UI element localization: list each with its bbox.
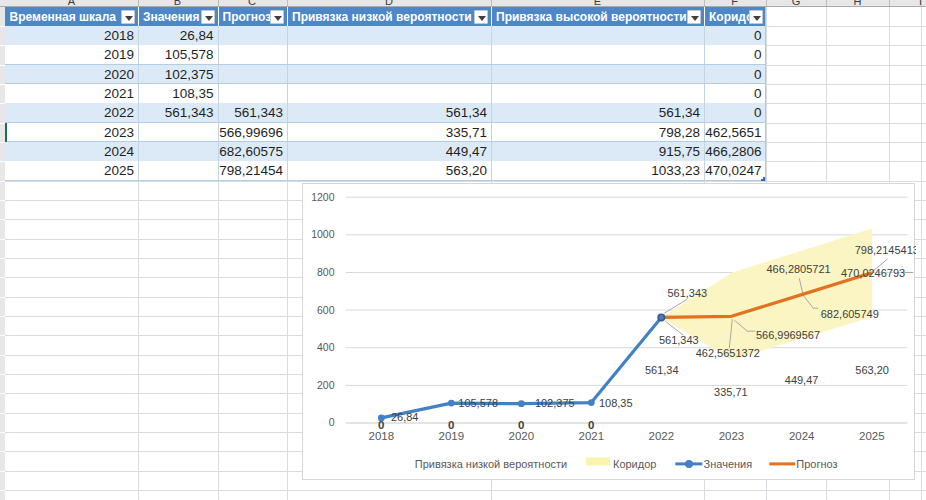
svg-text:2025: 2025 <box>859 430 885 442</box>
svg-text:682,605749: 682,605749 <box>820 307 878 319</box>
svg-text:Значения: Значения <box>703 458 752 470</box>
svg-text:0: 0 <box>588 418 594 430</box>
svg-text:2023: 2023 <box>718 430 744 442</box>
svg-text:600: 600 <box>317 304 335 315</box>
svg-text:400: 400 <box>317 342 335 353</box>
svg-text:0: 0 <box>378 418 384 430</box>
svg-text:2019: 2019 <box>438 430 464 442</box>
svg-text:449,47: 449,47 <box>784 374 818 386</box>
svg-text:561,34: 561,34 <box>645 363 679 375</box>
svg-text:0: 0 <box>328 417 334 428</box>
svg-text:105,578: 105,578 <box>458 397 498 409</box>
svg-text:2020: 2020 <box>508 430 534 442</box>
svg-text:1000: 1000 <box>311 229 334 240</box>
svg-text:2018: 2018 <box>368 430 394 442</box>
svg-text:26,84: 26,84 <box>391 411 419 423</box>
svg-text:108,35: 108,35 <box>599 397 633 409</box>
svg-text:561,343: 561,343 <box>667 287 707 299</box>
svg-text:2022: 2022 <box>648 430 674 442</box>
svg-text:798,2145413: 798,2145413 <box>854 243 916 255</box>
svg-text:0: 0 <box>518 418 524 430</box>
svg-text:566,9969567: 566,9969567 <box>756 328 820 340</box>
svg-text:Прогноз: Прогноз <box>796 458 837 470</box>
svg-text:2021: 2021 <box>578 430 604 442</box>
svg-text:0: 0 <box>448 418 454 430</box>
svg-text:800: 800 <box>317 267 335 278</box>
svg-text:466,2805721: 466,2805721 <box>766 262 830 274</box>
svg-text:Привязка низкой вероятности: Привязка низкой вероятности <box>415 458 567 470</box>
svg-text:563,20: 563,20 <box>855 364 889 376</box>
svg-text:462,5651372: 462,5651372 <box>695 347 759 359</box>
svg-text:335,71: 335,71 <box>714 385 748 397</box>
svg-text:2024: 2024 <box>789 430 815 442</box>
svg-text:561,343: 561,343 <box>659 333 699 345</box>
svg-text:102,375: 102,375 <box>535 397 575 409</box>
svg-text:1200: 1200 <box>311 191 334 202</box>
svg-text:Коридор: Коридор <box>613 458 656 470</box>
svg-text:200: 200 <box>317 380 335 391</box>
svg-text:470,0246793: 470,0246793 <box>841 267 905 279</box>
